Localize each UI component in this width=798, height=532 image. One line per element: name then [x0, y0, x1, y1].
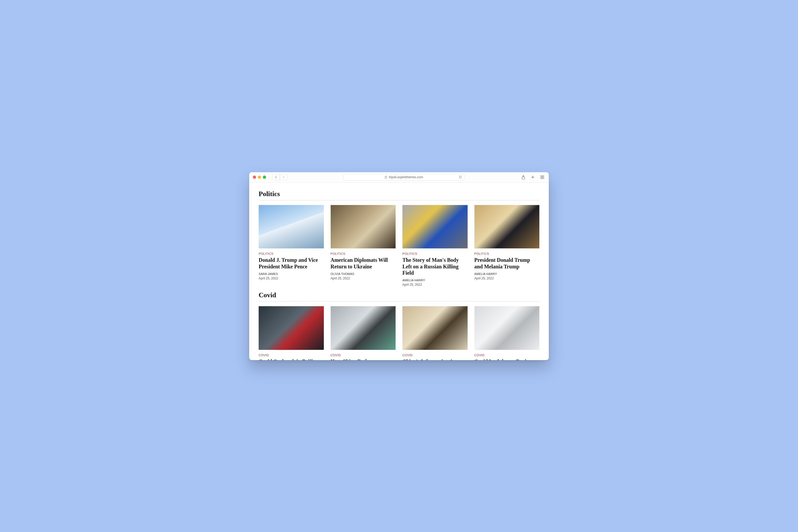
- article-category: POLITICS: [402, 252, 468, 255]
- article-title: How China Embraces: [331, 358, 396, 360]
- article-author: AMELIA HARRY: [474, 272, 539, 276]
- svg-rect-0: [385, 177, 387, 178]
- article-author: OLIVIA THOMAS: [331, 272, 396, 276]
- article-category: POLITICS: [474, 252, 539, 255]
- article-thumbnail: [259, 205, 324, 249]
- article-thumbnail: [331, 306, 396, 350]
- article-thumbnail: [402, 205, 468, 249]
- article-thumbnail: [474, 306, 539, 350]
- article-grid: COVID Covid Outbreak in Beijing COVID Ho…: [259, 306, 539, 360]
- article-card[interactable]: POLITICS American Diplomats Will Return …: [331, 205, 396, 287]
- fullscreen-window-button[interactable]: [263, 176, 266, 179]
- back-button[interactable]: [272, 174, 280, 180]
- new-tab-icon[interactable]: [530, 174, 536, 180]
- page-viewport: Politics POLITICS Donald J. Trump and Vi…: [249, 183, 549, 360]
- article-title: China's Information Age: [402, 358, 468, 360]
- safari-window: tripoli.aspirethemes.com Politics: [249, 172, 549, 360]
- article-card[interactable]: COVID How China Embraces: [331, 306, 396, 360]
- svg-rect-2: [541, 176, 542, 177]
- article-category: COVID: [259, 354, 324, 357]
- section-politics: Politics POLITICS Donald J. Trump and Vi…: [259, 190, 539, 287]
- article-title: The Story of Man's Body Left on a Russia…: [402, 257, 468, 276]
- svg-rect-4: [541, 177, 542, 179]
- page-content: Politics POLITICS Donald J. Trump and Vi…: [249, 183, 549, 360]
- article-card[interactable]: POLITICS The Story of Man's Body Left on…: [402, 205, 468, 287]
- article-thumbnail: [331, 205, 396, 249]
- article-title: Covid Lockdowns Revive a: [474, 358, 539, 360]
- article-title: American Diplomats Will Return to Ukrain…: [331, 257, 396, 270]
- minimize-window-button[interactable]: [258, 176, 261, 179]
- lock-icon: [384, 176, 387, 179]
- browser-toolbar: tripoli.aspirethemes.com: [249, 172, 549, 183]
- article-date: April 25, 2022: [259, 277, 324, 280]
- reload-icon[interactable]: [459, 176, 462, 179]
- article-thumbnail: [474, 205, 539, 249]
- article-card[interactable]: COVID Covid Lockdowns Revive a: [474, 306, 539, 360]
- article-date: April 25, 2022: [402, 283, 468, 286]
- close-window-button[interactable]: [253, 176, 256, 179]
- article-title: President Donald Trump and Melania Trump: [474, 257, 539, 270]
- forward-button[interactable]: [280, 174, 287, 180]
- url-text: tripoli.aspirethemes.com: [389, 175, 423, 179]
- article-date: April 25, 2022: [331, 277, 396, 280]
- article-title: Covid Outbreak in Beijing: [259, 358, 324, 360]
- section-heading: Politics: [259, 190, 539, 200]
- article-thumbnail: [259, 306, 324, 350]
- article-grid: POLITICS Donald J. Trump and Vice Presid…: [259, 205, 539, 287]
- article-author: SARA JAMES: [259, 272, 324, 276]
- svg-rect-3: [543, 176, 544, 177]
- section-covid: Covid COVID Covid Outbreak in Beijing CO…: [259, 291, 539, 360]
- article-category: POLITICS: [259, 252, 324, 255]
- article-card[interactable]: COVID Covid Outbreak in Beijing: [259, 306, 324, 360]
- toolbar-actions: [520, 174, 545, 180]
- article-card[interactable]: COVID China's Information Age: [402, 306, 468, 360]
- tab-overview-icon[interactable]: [539, 174, 545, 180]
- share-icon[interactable]: [520, 174, 526, 180]
- article-category: COVID: [474, 354, 539, 357]
- section-heading: Covid: [259, 291, 539, 302]
- article-thumbnail: [402, 306, 468, 350]
- article-category: POLITICS: [331, 252, 396, 255]
- nav-buttons: [272, 174, 287, 180]
- article-card[interactable]: POLITICS President Donald Trump and Mela…: [474, 205, 539, 287]
- article-card[interactable]: POLITICS Donald J. Trump and Vice Presid…: [259, 205, 324, 287]
- article-author: AMELIA HARRY: [402, 279, 468, 282]
- window-controls: [253, 176, 266, 179]
- article-date: April 25, 2022: [474, 277, 539, 280]
- svg-rect-5: [543, 177, 544, 179]
- article-category: COVID: [402, 354, 468, 357]
- address-bar[interactable]: tripoli.aspirethemes.com: [344, 174, 464, 180]
- article-title: Donald J. Trump and Vice President Mike …: [259, 257, 324, 270]
- article-category: COVID: [331, 354, 396, 357]
